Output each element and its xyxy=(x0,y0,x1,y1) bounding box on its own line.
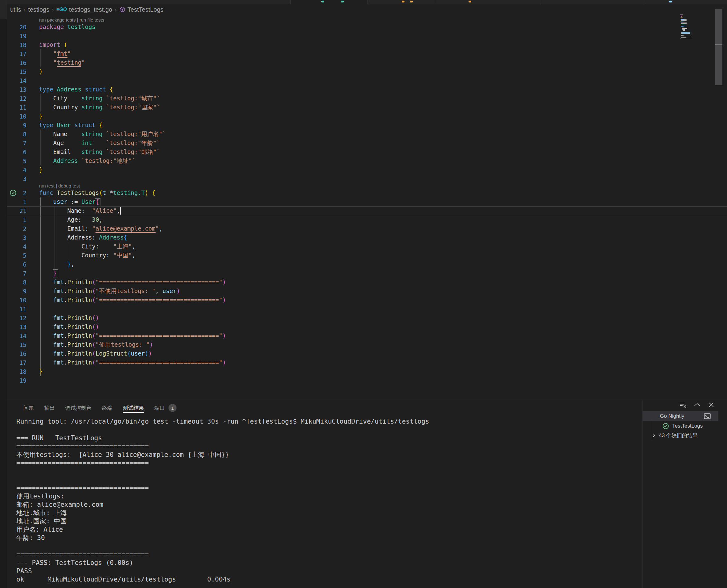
panel-tab-调试控制台[interactable]: 调试控制台 xyxy=(65,401,92,415)
minimap-line xyxy=(680,21,681,21)
code-line: 2func TestTestLogs(t *testing.T) { xyxy=(7,188,727,197)
line-number: 12 xyxy=(7,95,26,102)
go-file-icon xyxy=(321,1,324,2)
code-text: }, xyxy=(26,260,74,269)
older-results-row[interactable]: 43 个较旧的结果 xyxy=(643,431,698,440)
line-number: 4 xyxy=(7,243,26,250)
codelens-link[interactable]: run test | debug test xyxy=(7,183,727,188)
active-editor-tab[interactable] xyxy=(290,0,367,4)
chevron-right-icon: › xyxy=(24,6,26,13)
line-number: 5 xyxy=(7,158,26,164)
line-number: 14 xyxy=(7,77,26,84)
tab-separator xyxy=(290,0,291,4)
code-text: Address `testlog:"地址"` xyxy=(26,156,136,165)
code-line: 3 xyxy=(7,174,727,183)
breadcrumb-item[interactable]: utils xyxy=(10,6,21,13)
code-text: City string `testlog:"城市"` xyxy=(26,94,160,103)
code-text: user := User{ xyxy=(26,197,99,206)
code-line: 8 Name string `testlog:"用户名"` xyxy=(7,130,727,139)
tab-separator xyxy=(645,0,645,4)
output-line: ================================== xyxy=(16,550,641,559)
scrollbar-divider xyxy=(715,44,722,45)
code-line: 11 xyxy=(7,304,727,313)
bracket-match-box xyxy=(53,269,58,277)
code-line: 16 "testing" xyxy=(7,58,727,67)
panel-tab-问题[interactable]: 问题 xyxy=(23,401,34,415)
code-text: Country string `testlog:"国家"` xyxy=(26,103,160,112)
panel-tab-label: 问题 xyxy=(23,404,34,412)
breadcrumb-item[interactable]: testlogs_test.go xyxy=(69,6,112,13)
code-line: 16 fmt.Println(LogStruct(user)) xyxy=(7,349,727,358)
line-number: 19 xyxy=(7,33,26,39)
panel-tab-端口[interactable]: 端口1 xyxy=(154,401,177,415)
minimap-line xyxy=(683,30,685,31)
output-line: ================================== xyxy=(16,442,641,451)
code-line: 14 fmt.Println("========================… xyxy=(7,331,727,340)
line-number: 15 xyxy=(7,341,26,348)
line-number: 19 xyxy=(7,377,26,384)
code-text: fmt.Println(LogStruct(user)) xyxy=(26,349,152,358)
show-output-icon[interactable] xyxy=(704,413,711,420)
code-line: 6 Email string `testlog:"邮箱"` xyxy=(7,147,727,156)
test-run-group-row[interactable]: Go Nightly xyxy=(643,411,718,421)
code-text: Email: "alice@example.com", xyxy=(26,224,162,233)
code-line: 14 xyxy=(7,76,727,85)
code-line: 1 Age: 30, xyxy=(7,215,727,224)
tab-separator xyxy=(367,0,368,4)
line-number: 18 xyxy=(7,368,26,375)
code-line: 20package testlogs xyxy=(7,22,727,31)
line-number: 16 xyxy=(7,350,26,357)
code-line: 17 fmt.Println("========================… xyxy=(7,358,727,367)
output-line: 地址.城市: 上海 xyxy=(16,509,641,517)
line-number: 11 xyxy=(7,104,26,111)
panel-tab-测试结果[interactable]: 测试结果 xyxy=(123,401,144,415)
code-line: 12 fmt.Println() xyxy=(7,313,727,322)
test-result-label: TestTestLogs xyxy=(672,423,703,429)
test-results-output[interactable]: Running tool: /usr/local/go/bin/go test … xyxy=(16,417,641,584)
code-line: 13type Address struct { xyxy=(7,85,727,94)
line-number: 14 xyxy=(7,333,26,339)
output-line: ok MikuMikuCloudDrive/utils/testlogs 0.0… xyxy=(16,575,641,584)
code-line: 10 fmt.Println("========================… xyxy=(7,296,727,304)
minimap-line xyxy=(680,39,699,40)
minimap-line xyxy=(682,31,682,31)
breadcrumb-item[interactable]: testlogs xyxy=(28,6,49,13)
breadcrumb-item[interactable]: TestTestLogs xyxy=(127,6,164,13)
code-text: type Address struct { xyxy=(26,85,113,94)
symbol-method-icon xyxy=(119,6,125,13)
code-line: 9 fmt.Println("不使用testlogs: ", user) xyxy=(7,287,727,296)
bracket-match-box xyxy=(95,198,100,206)
code-text: import ( xyxy=(26,40,67,49)
editor-scrollbar-thumb[interactable] xyxy=(715,8,722,85)
editor-pane[interactable]: utils›testlogs›≡GOtestlogs_test.go›TestT… xyxy=(7,0,727,400)
file-icon xyxy=(410,1,413,2)
chevron-right-icon: › xyxy=(115,6,117,13)
code-line: 1 user := User{ xyxy=(7,197,727,206)
editor-tab-strip[interactable] xyxy=(7,0,727,4)
panel-tab-输出[interactable]: 输出 xyxy=(44,401,55,415)
line-number: 17 xyxy=(7,50,26,57)
output-line: 使用testlogs: xyxy=(16,492,641,501)
line-number: 8 xyxy=(7,279,26,286)
output-line xyxy=(16,542,641,550)
line-number: 4 xyxy=(7,167,26,173)
code-text: fmt.Println("不使用testlogs: ", user) xyxy=(26,287,180,296)
line-number: 8 xyxy=(7,131,26,138)
minimap-line xyxy=(681,17,683,18)
code-text: fmt.Println("===========================… xyxy=(26,278,226,287)
output-line: 邮箱: alice@example.com xyxy=(16,501,641,509)
test-result-row[interactable]: TestTestLogs xyxy=(643,422,703,430)
codelens-link[interactable]: run package tests | run file tests xyxy=(7,17,727,22)
code-line: 4 City: "上海", xyxy=(7,242,727,251)
output-line: ================================== xyxy=(16,459,641,467)
panel-tab-label: 调试控制台 xyxy=(65,404,92,412)
minimap-line xyxy=(681,22,687,23)
minimap-line xyxy=(681,23,687,24)
code-line: 19 xyxy=(7,31,727,40)
line-number: 21 xyxy=(7,208,26,214)
output-line xyxy=(16,426,641,434)
minimap[interactable] xyxy=(680,15,699,40)
panel-tab-终端[interactable]: 终端 xyxy=(102,401,113,415)
run-test-pass-icon[interactable] xyxy=(9,189,17,196)
code-text: Age int `testlog:"年龄"` xyxy=(26,139,160,147)
